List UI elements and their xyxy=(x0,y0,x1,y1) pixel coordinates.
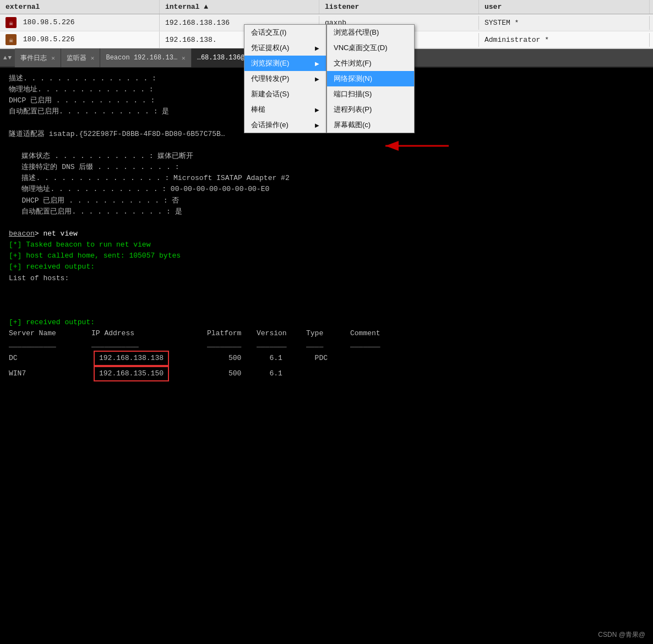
menu-item-session-interact[interactable]: 会话交互(I) xyxy=(244,25,326,40)
submenu-process-list[interactable]: 进程列表(P) xyxy=(327,102,414,117)
tab-listener[interactable]: 监听器 ✕ xyxy=(61,48,101,67)
terminal-line: 媒体状态 . . . . . . . . . . . : 媒体已断开 xyxy=(9,151,644,162)
tab-close-event-log[interactable]: ✕ xyxy=(51,54,55,62)
submenu-arrow-privilege: ▶ xyxy=(315,45,319,51)
terminal-blank xyxy=(9,306,644,317)
cell-external-1: ☠ 180.98.5.226 xyxy=(0,14,160,31)
terminal-line: DHCP 已启用 . . . . . . . . . . . : 否 xyxy=(9,195,644,206)
terminal-line: 自动配置已启用. . . . . . . . . . . : 是 xyxy=(9,206,644,217)
terminal-info-star: [*] Tasked beacon to run net view xyxy=(9,239,644,250)
submenu-arrow-proxy: ▶ xyxy=(315,76,319,82)
session-icon-2: ☠ xyxy=(6,34,17,45)
terminal-info-plus-1: [+] host called home, sent: 105057 bytes xyxy=(9,250,644,261)
submenu-browse[interactable]: 浏览器代理(B) VNC桌面交互(D) 文件浏览(F) 网络探测(N) 端口扫描… xyxy=(326,24,415,133)
terminal-table-row-dc: DC 192.168.138.138 500 6.1 PDC xyxy=(9,351,644,366)
tab-close-beacon-1[interactable]: ✕ xyxy=(182,54,186,62)
submenu-port-scan[interactable]: 端口扫描(S) xyxy=(327,86,414,102)
ip-win7: 192.168.135.150 xyxy=(94,366,169,381)
tab-event-log[interactable]: 事件日志 ✕ xyxy=(15,48,61,67)
menu-item-privilege[interactable]: 凭证提权(A) ▶ xyxy=(244,40,326,56)
submenu-vnc[interactable]: VNC桌面交互(D) xyxy=(327,40,414,56)
terminal-info-plus-3: [+] received output: xyxy=(9,317,644,328)
cell-user-1: SYSTEM * xyxy=(479,16,650,30)
terminal-info-plus-2: [+] received output: xyxy=(9,261,644,272)
terminal-table-header: Server Name IP Address Platform Version … xyxy=(9,328,644,339)
submenu-file-browse[interactable]: 文件浏览(F) xyxy=(327,56,414,71)
menu-item-session-ops[interactable]: 会话操作(e) ▶ xyxy=(244,117,326,133)
terminal: 描述. . . . . . . . . . . . . . . : 物理地址. … xyxy=(0,68,653,644)
col-header-internal: internal ▲ xyxy=(160,0,319,14)
menu-item-new-session[interactable]: 新建会话(S) xyxy=(244,86,326,102)
svg-text:☠: ☠ xyxy=(9,20,13,28)
nav-arrows[interactable]: ▲ ▼ xyxy=(0,53,15,62)
submenu-arrow-session-ops: ▶ xyxy=(315,122,319,128)
submenu-browser-proxy[interactable]: 浏览器代理(B) xyxy=(327,25,414,40)
terminal-line: 连接特定的 DNS 后缀 . . . . . . . . . : xyxy=(9,162,644,173)
submenu-net-scan[interactable]: 网络探测(N) xyxy=(327,71,414,86)
cell-external-2: ☠ 180.98.5.226 xyxy=(0,31,160,48)
svg-text:☠: ☠ xyxy=(9,37,13,45)
col-header-listener: listener xyxy=(319,0,479,14)
terminal-blank xyxy=(9,217,644,228)
ip-dc: 192.168.138.138 xyxy=(94,351,169,366)
col-header-user: user xyxy=(479,0,650,14)
col-header-external: external xyxy=(0,0,160,14)
terminal-line: List of hosts: xyxy=(9,273,644,284)
terminal-blank xyxy=(9,284,644,295)
session-icon-1: ☠ xyxy=(6,17,17,28)
arrow-up[interactable]: ▲ xyxy=(3,54,7,61)
terminal-line: 描述. . . . . . . . . . . . . . . : Micros… xyxy=(9,173,644,184)
tab-close-listener[interactable]: ✕ xyxy=(91,54,95,62)
submenu-arrow-hammer: ▶ xyxy=(315,107,319,113)
context-menu[interactable]: 会话交互(I) 凭证提权(A) ▶ 浏览探测(E) ▶ 代理转发(P) ▶ 新建… xyxy=(244,24,326,133)
terminal-blank xyxy=(9,140,644,151)
terminal-blank xyxy=(9,295,644,306)
submenu-arrow-browse: ▶ xyxy=(315,61,319,67)
terminal-line: 物理地址. . . . . . . . . . . . . : 00-00-00… xyxy=(9,184,644,195)
watermark: CSDN @青果@ xyxy=(598,630,645,640)
tab-beacon-1[interactable]: Beacon 192.168.13… ✕ xyxy=(100,48,191,67)
menu-item-hammer[interactable]: 棒槌 ▶ xyxy=(244,102,326,117)
terminal-table-row-win7: WIN7 192.168.135.150 500 6.1 xyxy=(9,366,644,381)
submenu-screenshot[interactable]: 屏幕截图(c) xyxy=(327,117,414,133)
table-header: external internal ▲ listener user xyxy=(0,0,653,14)
arrow-down[interactable]: ▼ xyxy=(8,54,12,61)
terminal-prompt: beacon> net view xyxy=(9,228,644,239)
menu-item-browse[interactable]: 浏览探测(E) ▶ xyxy=(244,56,326,71)
menu-item-proxy[interactable]: 代理转发(P) ▶ xyxy=(244,71,326,86)
cell-user-2: Administrator * xyxy=(479,33,650,47)
terminal-table-sep: ___________ ___________ ________ _______… xyxy=(9,339,644,350)
